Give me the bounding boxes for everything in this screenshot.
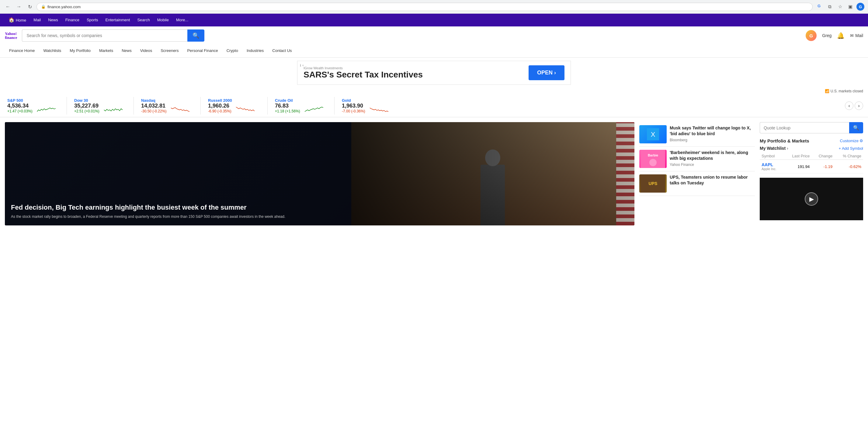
browser-user-avatar[interactable]: G [857,3,864,11]
ad-content: IGrow Wealth Investments SARS's Secret T… [304,66,423,79]
col-change: Change [811,153,834,160]
market-status-icon: 📶 [825,89,829,93]
twitter-logo: X [647,128,659,140]
ad-advertiser: IGrow Wealth Investments [304,66,423,70]
ticker-nasdaq[interactable]: Nasdaq 14,032.81 -30.50 (-0.22%) [134,97,201,114]
ticker-dow30-change: +2.51 (+0.01%) [74,109,99,113]
news-thumb-1: X [639,125,666,143]
user-avatar[interactable]: G [806,30,816,41]
browser-actions: G ⧉ ☆ ▣ G [817,2,864,11]
ticker-dow30[interactable]: Dow 30 35,227.69 +2.51 (+0.01%) [67,97,134,114]
ticker-navigation: ‹ › [845,97,868,114]
customize-label: Customize [840,138,859,143]
ticker-sp500-price: 4,536.34 [7,103,33,109]
ticker-russell-name[interactable]: Russell 2000 [208,98,260,103]
subnav-screeners[interactable]: Screeners [156,45,183,58]
subnav-videos[interactable]: Videos [136,45,157,58]
forward-button[interactable]: → [14,2,23,11]
subnav-finance-home[interactable]: Finance Home [5,45,39,58]
news-item-3[interactable]: UPS UPS, Teamsters union to resume labor… [639,171,755,196]
topnav-entertainment[interactable]: Entertainment [102,14,134,26]
news-thumb-2: Barbie [639,150,666,168]
featured-article[interactable]: Fed decision, Big Tech earnings highligh… [5,122,634,225]
customize-link[interactable]: Customize ⚙ [840,138,863,143]
news-info-3: UPS, Teamsters union to resume labor tal… [670,174,755,193]
header-right: G Greg 🔔 ✉ Mail [806,30,863,41]
topnav-more[interactable]: More... [173,14,192,26]
yahoo-sub: finance [5,36,17,39]
topnav-news[interactable]: News [44,14,62,26]
ticker-crude-oil-name[interactable]: Crude Oil [275,98,327,103]
topnav-finance[interactable]: Finance [62,14,83,26]
aapl-company: Apple Inc. [762,167,782,171]
tickers-bar: S&P 500 4,536.34 +1.47 (+0.03%) Dow 30 3… [0,95,868,117]
topnav-search[interactable]: Search [133,14,153,26]
ad-cta-button[interactable]: OPEN › [529,65,564,80]
ticker-gold[interactable]: Gold 1,963.90 -7.00 (-0.36%) [335,97,401,114]
subnav-crypto[interactable]: Crypto [222,45,242,58]
topnav-home[interactable]: 🏠 Home [5,14,30,27]
aapl-pct-change: -0.62% [834,160,863,173]
quote-lookup-button[interactable]: 🔍 [849,122,863,133]
ad-headline: SARS's Secret Tax Incentives [304,70,423,79]
market-status-text: U.S. markets closed [831,89,863,93]
back-button[interactable]: ← [4,2,12,11]
bookmark-button[interactable]: ☆ [836,2,844,11]
ticker-dow30-chart [102,104,123,113]
search-button[interactable]: 🔍 [187,30,205,42]
subnav-personal-finance[interactable]: Personal Finance [183,45,222,58]
subnav-watchlists[interactable]: Watchlists [39,45,66,58]
address-bar[interactable]: 🔒 finance.yahoo.com [36,3,813,11]
subnav-industries[interactable]: Industries [242,45,268,58]
watchlist-table: Symbol Last Price Change % Change AAPL A… [760,153,863,173]
topnav-sports[interactable]: Sports [83,14,102,26]
tab-search-button[interactable]: ▣ [846,2,855,11]
ticker-nasdaq-price: 14,032.81 [141,103,166,109]
url-text: finance.yahoo.com [48,5,81,9]
quote-lookup-input[interactable] [760,122,849,133]
video-thumbnail[interactable]: ▶ [760,178,863,220]
right-column: 🔍 My Portfolio & Markets Customize ⚙ My … [760,122,863,225]
ticker-dow30-name[interactable]: Dow 30 [74,98,126,103]
news-thumb-3: UPS [639,174,666,193]
subnav-contact-us[interactable]: Contact Us [268,45,296,58]
news-item-1[interactable]: X Musk says Twitter will change logo to … [639,122,755,147]
topnav-home-label: Home [16,18,27,23]
ticker-crude-oil[interactable]: Crude Oil 76.83 +1.18 (+1.56%) [268,97,335,114]
refresh-button[interactable]: ↻ [26,2,34,11]
video-play-button[interactable]: ▶ [805,192,818,206]
add-symbol-link[interactable]: + Add Symbol [838,146,863,151]
notification-bell-icon[interactable]: 🔔 [837,32,845,39]
subnav-news[interactable]: News [117,45,136,58]
subnav-my-portfolio[interactable]: My Portfolio [65,45,95,58]
search-input[interactable] [22,30,187,42]
subnav-markets[interactable]: Markets [95,45,117,58]
ticker-sp500-name[interactable]: S&P 500 [7,98,59,103]
ticker-gold-name[interactable]: Gold [342,98,394,103]
mail-link[interactable]: ✉ Mail [850,33,863,38]
watchlist-row-aapl[interactable]: AAPL Apple Inc. 191.94 -1.19 -0.62% [760,160,863,173]
news-headline-1: Musk says Twitter will change logo to X,… [670,125,755,137]
aapl-symbol[interactable]: AAPL [762,162,782,167]
watchlist-arrow: › [787,146,788,151]
aapl-change: -1.19 [811,160,834,173]
ticker-gold-price: 1,963.90 [342,103,365,109]
ticker-next-button[interactable]: › [855,101,863,110]
ticker-russell-change: -6.90 (-0.35%) [208,109,231,113]
ticker-sp500[interactable]: S&P 500 4,536.34 +1.47 (+0.03%) [0,97,67,114]
ticker-prev-button[interactable]: ‹ [845,101,854,110]
left-column: Fed decision, Big Tech earnings highligh… [5,122,634,225]
user-name: Greg [822,33,832,38]
portfolio-title: My Portfolio & Markets [760,138,809,143]
aapl-price: 191.94 [784,160,811,173]
news-headline-2: 'Barbenheimer' weekend is here, along wi… [670,150,755,161]
center-column: X Musk says Twitter will change logo to … [639,122,755,225]
topnav-mobile[interactable]: Mobile [154,14,173,26]
news-source-2: Yahoo Finance [670,163,755,167]
extensions-button[interactable]: ⧉ [826,2,834,11]
ticker-russell[interactable]: Russell 2000 1,960.26 -6.90 (-0.35%) [201,97,268,114]
watchlist-title-text[interactable]: My Watchlist › [760,146,788,151]
news-item-2[interactable]: Barbie 'Barbenheimer' weekend is here, a… [639,147,755,171]
topnav-mail[interactable]: Mail [30,14,44,26]
ticker-nasdaq-name[interactable]: Nasdaq [141,98,193,103]
